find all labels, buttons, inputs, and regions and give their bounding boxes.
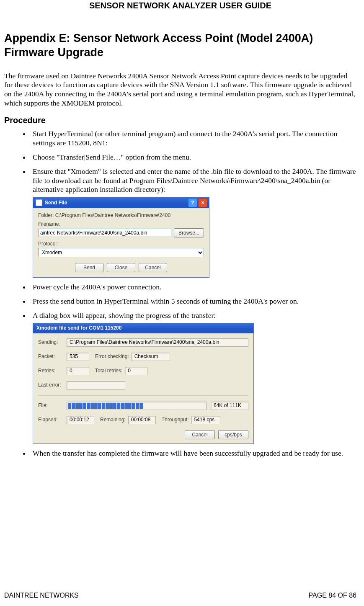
error-checking-value: Checksum [132,353,170,361]
footer-left: DAINTREE NETWORKS [4,592,79,599]
sending-value: C:\Program Files\Daintree Networks\Firmw… [67,338,248,347]
file-size-value: 64K of 111K [211,402,248,410]
document-header: SENSOR NETWORK ANALYZER USER GUIDE [4,1,356,10]
step-2: Choose "Transfer|Send File…" option from… [30,153,356,162]
file-label: File: [38,402,67,409]
app-icon [36,199,42,206]
filename-label: Filename: [38,221,204,227]
footer-right: PAGE 84 OF 86 [309,592,356,599]
appendix-title: Appendix E: Sensor Network Access Point … [4,31,356,60]
intro-paragraph: The firmware used on Daintree Networks 2… [4,72,356,108]
xmodem-cancel-button[interactable]: Cancel [185,430,215,439]
send-file-dialog: Send File ? × Folder: C:\Program Files\D… [33,197,209,278]
throughput-label: Throughput: [162,417,189,423]
error-checking-label: Error checking: [95,353,129,360]
protocol-label: Protocol: [38,241,204,247]
cpsbps-button[interactable]: cps/bps [218,430,248,439]
step-4: Power cycle the 2400A's power connection… [30,283,356,292]
xmodem-progress-dialog: Xmodem file send for COM1 115200 Sending… [33,323,254,444]
step-6: A dialog box will appear, showing the pr… [30,311,356,444]
packet-label: Packet: [38,353,67,360]
remaining-label: Remaining: [100,417,126,423]
step-5: Press the send button in HyperTerminal w… [30,297,356,306]
elapsed-value: 00:00:12 [67,416,94,424]
retries-label: Retries: [38,368,67,374]
remaining-value: 00:00:08 [128,416,156,424]
total-retries-value: 0 [125,367,147,375]
last-error-value [67,381,125,389]
retries-value: 0 [67,367,89,375]
send-button[interactable]: Send [75,263,103,272]
packet-value: 535 [67,353,89,361]
total-retries-label: Total retries: [95,368,122,374]
xmodem-titlebar: Xmodem file send for COM1 115200 [33,323,253,333]
step-3: Ensure that "Xmodem" is selected and ent… [30,167,356,278]
step-7: When the transfer has completed the firm… [30,449,356,458]
page-footer: DAINTREE NETWORKS PAGE 84 OF 86 [4,592,356,599]
step-1: Start HyperTerminal (or other terminal p… [30,129,356,148]
close-button[interactable]: Close [107,263,135,272]
xmodem-title: Xmodem file send for COM1 115200 [36,325,121,331]
elapsed-label: Elapsed: [38,417,67,423]
close-icon[interactable]: × [198,198,207,207]
step-3-text: Ensure that "Xmodem" is selected and ent… [33,167,356,194]
folder-label: Folder: C:\Program Files\Daintree Networ… [38,212,204,219]
filename-input[interactable] [38,229,171,237]
cancel-button[interactable]: Cancel [139,263,167,272]
sending-label: Sending: [38,339,67,346]
send-file-titlebar: Send File ? × [33,197,209,208]
step-6-text: A dialog box will appear, showing the pr… [33,311,216,320]
protocol-select[interactable]: Xmodem [38,248,204,257]
browse-button[interactable]: Browse... [174,228,204,237]
throughput-value: 5418 cps [191,416,220,424]
help-icon[interactable]: ? [188,198,197,207]
progress-bar [67,402,207,410]
procedure-heading: Procedure [4,116,356,125]
send-file-title: Send File [45,200,187,206]
last-error-label: Last error: [38,382,67,388]
separator [38,395,248,396]
